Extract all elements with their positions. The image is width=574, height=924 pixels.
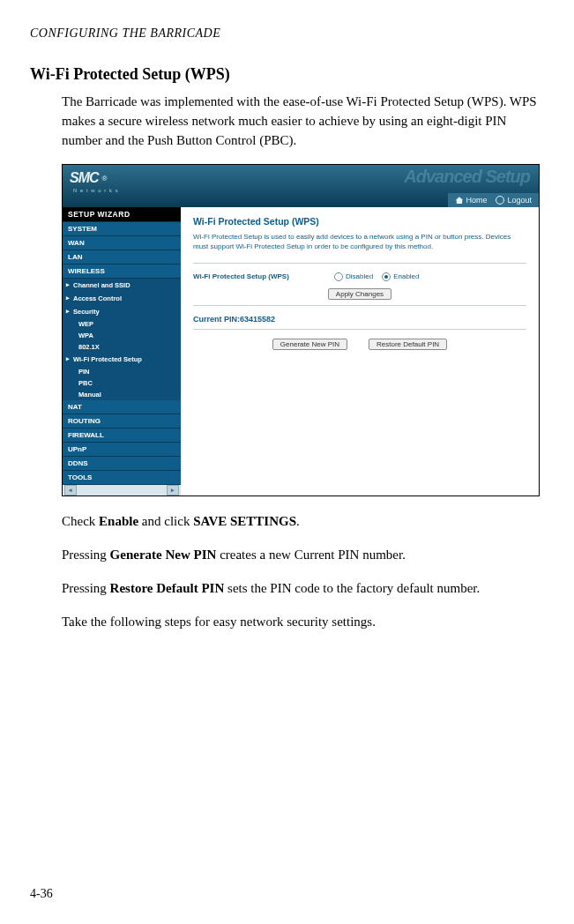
wps-toggle-row: Wi-Fi Protected Setup (WPS) Disabled Ena… — [193, 272, 526, 281]
nav-setup-wizard[interactable]: SETUP WIZARD — [63, 207, 181, 222]
nav-wep[interactable]: WEP — [63, 318, 181, 330]
radio-enabled-dot — [382, 272, 391, 281]
nav-routing[interactable]: ROUTING — [63, 414, 181, 428]
home-icon — [455, 197, 463, 204]
radio-enabled[interactable]: Enabled — [382, 272, 419, 281]
sidebar-scrollbar[interactable]: ◂ ▸ — [63, 485, 181, 496]
logout-link[interactable]: Logout — [496, 196, 532, 205]
header-title-glow: Advanced Setup — [404, 167, 530, 187]
p-restore: Pressing Restore Default PIN sets the PI… — [62, 579, 544, 599]
panel-description: Wi-Fi Protected Setup is used to easily … — [193, 232, 526, 251]
nav-wpa[interactable]: WPA — [63, 330, 181, 341]
p-generate: Pressing Generate New PIN creates a new … — [62, 546, 544, 565]
nav-wan[interactable]: WAN — [63, 236, 181, 250]
nav-pin[interactable]: PIN — [63, 366, 181, 377]
logout-icon — [496, 196, 504, 205]
nav-tools[interactable]: TOOLS — [63, 471, 181, 485]
logo-text: SMC — [70, 170, 99, 186]
content-panel: Wi-Fi Protected Setup (WPS) Wi-Fi Protec… — [181, 207, 539, 496]
nav-upnp[interactable]: UPnP — [63, 443, 181, 457]
nav-access-control[interactable]: Access Control — [63, 292, 181, 305]
intro-paragraph: The Barricade was implemented with the e… — [62, 93, 544, 150]
router-screenshot: SMC ® N e t w o r k s Advanced Setup Hom… — [62, 164, 540, 496]
sidebar: SETUP WIZARD SYSTEM WAN LAN WIRELESS Cha… — [63, 207, 181, 496]
scroll-right-icon[interactable]: ▸ — [167, 485, 179, 496]
logo-subtext: N e t w o r k s — [73, 188, 119, 193]
restore-pin-button[interactable]: Restore Default PIN — [369, 339, 447, 350]
radio-enabled-label: Enabled — [393, 272, 419, 280]
nav-firewall[interactable]: FIREWALL — [63, 428, 181, 443]
nav-security[interactable]: Security — [63, 305, 181, 318]
wps-row-label: Wi-Fi Protected Setup (WPS) — [193, 272, 325, 280]
header-nav: Home Logout — [448, 193, 539, 207]
scroll-left-icon[interactable]: ◂ — [64, 485, 77, 496]
nav-system[interactable]: SYSTEM — [63, 222, 181, 236]
nav-channel-ssid[interactable]: Channel and SSID — [63, 279, 181, 292]
current-pin: Current PIN:63415582 — [193, 315, 526, 324]
section-title: Wi-Fi Protected Setup (WPS) — [30, 65, 544, 84]
radio-disabled-dot — [334, 272, 343, 281]
home-link[interactable]: Home — [455, 196, 487, 205]
nav-wps[interactable]: Wi-Fi Protected Setup — [63, 353, 181, 366]
nav-ddns[interactable]: DDNS — [63, 457, 181, 471]
p-enable: Check Enable and click SAVE SETTINGS. — [62, 512, 544, 532]
generate-pin-button[interactable]: Generate New PIN — [272, 339, 347, 350]
p-steps: Take the following steps for easy networ… — [62, 613, 544, 632]
nav-pbc[interactable]: PBC — [63, 377, 181, 389]
nav-nat[interactable]: NAT — [63, 400, 181, 414]
home-label: Home — [466, 196, 487, 205]
panel-title: Wi-Fi Protected Setup (WPS) — [193, 216, 526, 227]
running-head: CONFIGURING THE BARRICADE — [30, 26, 544, 41]
nav-lan[interactable]: LAN — [63, 250, 181, 265]
radio-disabled-label: Disabled — [346, 272, 373, 280]
nav-8021x[interactable]: 802.1X — [63, 341, 181, 353]
logout-label: Logout — [507, 196, 532, 205]
logo-registered: ® — [102, 175, 108, 183]
apply-changes-button[interactable]: Apply Changes — [328, 288, 391, 300]
nav-manual[interactable]: Manual — [63, 389, 181, 400]
page-number: 4-36 — [30, 887, 53, 901]
radio-disabled[interactable]: Disabled — [334, 272, 373, 281]
screenshot-header: SMC ® N e t w o r k s Advanced Setup Hom… — [63, 165, 539, 207]
nav-wireless[interactable]: WIRELESS — [63, 265, 181, 279]
logo: SMC ® — [70, 170, 107, 186]
